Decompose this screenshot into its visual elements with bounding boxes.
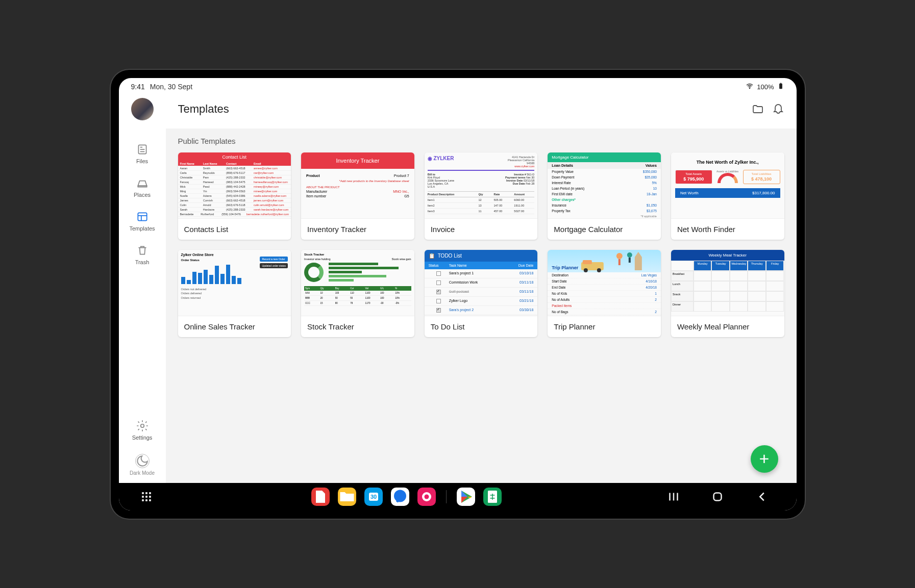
tablet-frame: 9:41 Mon, 30 Sept 100% Templates Files P… bbox=[111, 70, 805, 519]
files-icon bbox=[136, 143, 149, 156]
template-thumbnail: Contact List First Name Last Name Contac… bbox=[178, 152, 291, 219]
sidebar-item-files[interactable]: Files bbox=[119, 137, 166, 170]
template-thumbnail: 📋TODO List StatusTask NameDue Date Sara'… bbox=[425, 250, 538, 316]
svg-rect-14 bbox=[629, 258, 631, 263]
dock-app-sheets[interactable] bbox=[483, 488, 502, 506]
places-icon bbox=[136, 176, 149, 190]
template-title: Weekly Meal Planner bbox=[671, 316, 784, 337]
section-title: Public Templates bbox=[178, 137, 784, 145]
avatar[interactable] bbox=[131, 98, 154, 120]
template-card-invoice[interactable]: ◉ ZYLKER 4141 Hacienda Dr Pleasanton Cal… bbox=[425, 152, 538, 240]
template-card-contacts-list[interactable]: Contact List First Name Last Name Contac… bbox=[178, 152, 291, 240]
clipboard-icon: 📋 bbox=[429, 253, 435, 259]
nav-home-button[interactable] bbox=[710, 489, 725, 504]
dock-app-calendar[interactable]: 30 bbox=[364, 488, 383, 506]
svg-rect-15 bbox=[635, 257, 642, 270]
template-title: Online Sales Tracker bbox=[178, 316, 291, 337]
template-title: To Do List bbox=[425, 316, 538, 337]
svg-rect-12 bbox=[619, 259, 621, 265]
moon-icon bbox=[135, 454, 150, 468]
dock-app-messages[interactable] bbox=[391, 488, 409, 506]
battery-text: 100% bbox=[757, 83, 774, 91]
sidebar-item-label: Templates bbox=[129, 225, 155, 232]
sidebar: Files Places Templates Trash Settings bbox=[119, 129, 166, 483]
template-card-mortgage-calculator[interactable]: Mortgage Calculator Loan DetailsValues P… bbox=[548, 152, 661, 240]
navigation-dock: 30 bbox=[119, 483, 797, 510]
templates-icon bbox=[136, 210, 149, 223]
svg-point-10 bbox=[140, 424, 144, 427]
dark-mode-label: Dark Mode bbox=[130, 470, 155, 476]
svg-point-19 bbox=[584, 268, 588, 272]
trash-icon bbox=[136, 244, 149, 257]
sidebar-item-label: Places bbox=[134, 192, 151, 198]
status-bar: 9:41 Mon, 30 Sept 100% bbox=[119, 78, 797, 94]
svg-rect-2 bbox=[780, 83, 781, 83]
template-title: Stock Tracker bbox=[301, 316, 414, 337]
svg-point-11 bbox=[616, 253, 623, 259]
template-title: Contacts List bbox=[178, 219, 291, 240]
template-title: Trip Planner bbox=[548, 316, 661, 337]
bell-icon[interactable] bbox=[772, 103, 784, 115]
screen: 9:41 Mon, 30 Sept 100% Templates Files P… bbox=[119, 78, 797, 510]
wifi-icon bbox=[746, 82, 754, 92]
sidebar-item-label: Settings bbox=[132, 434, 153, 441]
template-thumbnail: Stock Tracker Investor wise holdingStock… bbox=[301, 250, 414, 316]
dark-mode-toggle[interactable]: Dark Mode bbox=[130, 447, 155, 483]
template-card-net-worth-finder[interactable]: The Net Worth of Zylker Inc., Total Asse… bbox=[671, 152, 784, 240]
template-card-online-sales-tracker[interactable]: Zylker Online Store Order Status Record … bbox=[178, 250, 291, 337]
template-card-inventory-tracker[interactable]: Inventory Tracker ProductProduct 7 *Add … bbox=[301, 152, 414, 240]
sidebar-item-trash[interactable]: Trash bbox=[119, 238, 166, 271]
dock-app-1[interactable] bbox=[311, 488, 330, 506]
sidebar-item-places[interactable]: Places bbox=[119, 170, 166, 204]
template-card-weekly-meal-planner[interactable]: Weekly Meal Tracker MondayTuesdayWednesd… bbox=[671, 250, 784, 337]
template-card-to-do-list[interactable]: 📋TODO List StatusTask NameDue Date Sara'… bbox=[425, 250, 538, 337]
folder-icon[interactable] bbox=[752, 103, 764, 115]
template-title: Net Worth Finder bbox=[671, 219, 784, 240]
sidebar-item-label: Trash bbox=[135, 259, 150, 265]
svg-point-23 bbox=[425, 494, 429, 499]
app-header: Templates bbox=[119, 94, 797, 129]
template-thumbnail: ◉ ZYLKER 4141 Hacienda Dr Pleasanton Cal… bbox=[425, 152, 538, 219]
sidebar-item-label: Files bbox=[136, 158, 148, 164]
svg-rect-18 bbox=[583, 260, 592, 264]
dock-app-camera[interactable] bbox=[417, 488, 436, 506]
svg-point-20 bbox=[597, 268, 601, 272]
battery-icon bbox=[777, 83, 784, 91]
svg-rect-1 bbox=[779, 83, 782, 89]
template-title: Inventory Tracker bbox=[301, 219, 414, 240]
content-area: Public Templates Contact List First Name… bbox=[166, 129, 797, 483]
plus-icon: + bbox=[759, 449, 770, 469]
gear-icon bbox=[136, 419, 149, 432]
template-thumbnail: Weekly Meal Tracker MondayTuesdayWednesd… bbox=[671, 250, 784, 316]
template-card-stock-tracker[interactable]: Stock Tracker Investor wise holdingStock… bbox=[301, 250, 414, 337]
template-title: Mortgage Calculator bbox=[548, 219, 661, 240]
sidebar-item-settings[interactable]: Settings bbox=[119, 413, 166, 447]
svg-rect-35 bbox=[714, 493, 722, 500]
dock-app-play-store[interactable] bbox=[457, 488, 475, 506]
template-card-trip-planner[interactable]: Trip Planner DestinationLas VegasStart D… bbox=[548, 250, 661, 337]
sidebar-item-templates[interactable]: Templates bbox=[119, 204, 166, 238]
svg-point-13 bbox=[627, 252, 632, 258]
dock-app-files[interactable] bbox=[338, 488, 356, 506]
template-thumbnail: Mortgage Calculator Loan DetailsValues P… bbox=[548, 152, 661, 219]
status-date: Mon, 30 Sept bbox=[150, 83, 192, 91]
template-thumbnail: Inventory Tracker ProductProduct 7 *Add … bbox=[301, 152, 414, 219]
svg-marker-16 bbox=[635, 252, 642, 257]
nav-back-button[interactable] bbox=[754, 489, 770, 504]
templates-grid: Contact List First Name Last Name Contac… bbox=[178, 152, 784, 337]
template-title: Invoice bbox=[425, 219, 538, 240]
svg-point-21 bbox=[394, 490, 406, 502]
template-thumbnail: Trip Planner DestinationLas VegasStart D… bbox=[548, 250, 661, 316]
nav-recent-button[interactable] bbox=[666, 489, 681, 504]
template-thumbnail: The Net Worth of Zylker Inc., Total Asse… bbox=[671, 152, 784, 219]
template-thumbnail: Zylker Online Store Order Status Record … bbox=[178, 250, 291, 316]
app-drawer-button[interactable] bbox=[139, 489, 154, 504]
fab-add-button[interactable]: + bbox=[751, 445, 778, 473]
svg-rect-7 bbox=[138, 213, 146, 220]
page-title: Templates bbox=[178, 103, 229, 116]
svg-point-0 bbox=[750, 88, 750, 88]
status-time: 9:41 bbox=[131, 83, 145, 91]
